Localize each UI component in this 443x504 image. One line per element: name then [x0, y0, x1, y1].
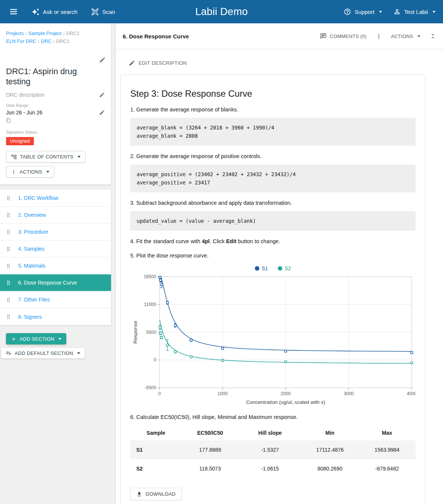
code-block-average-blank: average_blank = (3264 + 2018 + 3960 + 19… [130, 118, 416, 146]
breadcrumb-link-eln-for-drc[interactable]: ELN For DRC [6, 38, 36, 44]
sidebar-item-dose-response-curve[interactable]: 6. Dose Response Curve [0, 274, 111, 291]
copy-button[interactable] [6, 118, 11, 123]
record-description: DRC description [6, 92, 44, 98]
breadcrumb-link-projects[interactable]: Projects [6, 30, 24, 36]
support-menu-button[interactable]: Support [344, 8, 382, 15]
drag-handle-icon[interactable] [5, 314, 12, 320]
chevron-down-icon [78, 156, 81, 158]
section-label: 5. Materials [18, 263, 45, 269]
drag-handle-icon[interactable] [5, 195, 12, 201]
copy-icon [6, 118, 11, 123]
chart-legend: S1S2 [130, 264, 416, 273]
step-4-text: 4. Fit the standard curve with 4pl. Clic… [130, 238, 416, 245]
code-block-updated-value: updated_value = (value - average_blank) [130, 211, 416, 231]
cell-sample: S2 [130, 459, 181, 478]
step-1-text: 1. Generate the average response of blan… [130, 106, 416, 113]
sparkle-icon [32, 8, 40, 16]
scan-button[interactable]: Scan [91, 8, 115, 16]
add-default-section-label: ADD DEFAULT SECTION [15, 350, 73, 356]
cell-ec50: 118.5073 [181, 459, 239, 478]
svg-text:1000: 1000 [218, 391, 228, 396]
user-menu-button[interactable]: Test Labii [393, 8, 435, 15]
edit-description-button[interactable] [99, 92, 105, 98]
status-badge: Unsigned [6, 137, 34, 145]
chevron-down-icon [58, 338, 61, 340]
sidebar-item-samples[interactable]: 4. Samples [0, 241, 111, 257]
table-of-contents-button[interactable]: TABLE OF CONTENTS [6, 151, 85, 163]
add-section-button[interactable]: ADD SECTION [6, 333, 66, 344]
main-actions-button[interactable]: ACTIONS [391, 33, 420, 39]
comments-button[interactable]: COMMENTS (0) [320, 33, 367, 40]
breadcrumb-current: DRC1 [56, 38, 69, 44]
sidebar-item-drc-workflow[interactable]: 1. DRC Workflow [0, 190, 111, 207]
plus-icon [11, 336, 17, 342]
menu-button[interactable] [9, 7, 18, 16]
drag-handle-icon[interactable] [5, 263, 12, 269]
breadcrumb-separator: › [63, 30, 64, 36]
section-content-card: Step 3: Dose Response Curve 1. Generate … [120, 75, 425, 504]
chevron-down-icon [379, 11, 382, 13]
sidebar-item-overview[interactable]: 2. Overview [0, 207, 111, 224]
sidebar-item-materials[interactable]: 5. Materials [0, 257, 111, 274]
sidebar-item-other-files[interactable]: 7. Other Files [0, 291, 111, 308]
sections-list: 1. DRC Workflow 2. Overview 3. Procedure… [0, 190, 111, 325]
playlist-add-icon [6, 350, 12, 356]
ask-or-search-button[interactable]: Ask or search [32, 8, 78, 16]
svg-text:0: 0 [154, 357, 156, 362]
breadcrumb-link-sample-project[interactable]: Sample Project [28, 30, 61, 36]
scan-label: Scan [102, 9, 115, 15]
cell-max: 1563.9984 [358, 440, 416, 459]
drag-handle-icon[interactable] [5, 229, 12, 235]
table-row: S1 177.8888 -1.5327 17112.4876 1563.9984 [130, 440, 416, 459]
collapse-icon [429, 33, 436, 40]
svg-text:Response: Response [132, 321, 138, 344]
cell-max: -879.6482 [358, 459, 416, 478]
date-range-label: Date Range: [6, 103, 105, 108]
add-default-section-button[interactable]: ADD DEFAULT SECTION [1, 347, 85, 359]
section-label: 4. Samples [18, 246, 44, 252]
drag-handle-icon[interactable] [5, 297, 12, 303]
svg-text:Concentration (ug/ul, scaled w: Concentration (ug/ul, scaled with x) [246, 399, 325, 405]
comments-label: COMMENTS (0) [330, 33, 367, 39]
more-vert-icon [11, 169, 17, 175]
bold-edit: Edit [226, 238, 236, 244]
chevron-down-icon [432, 11, 435, 13]
legend-label: S1 [262, 265, 268, 271]
collapse-button[interactable] [429, 33, 436, 40]
edit-title-button[interactable] [99, 56, 106, 64]
sidebar-item-procedure[interactable]: 3. Procedure [0, 224, 111, 241]
chart-plot-area: 165001100055000-550001000200030004000Res… [130, 273, 416, 405]
step-6-text: 6. Calculate EC50(IC50), Hill slope, Min… [130, 413, 416, 421]
edit-description-button-main[interactable]: EDIT DESCRIPTION [129, 60, 187, 66]
help-icon [344, 8, 351, 15]
sidebar-actions-button[interactable]: ACTIONS [6, 166, 54, 178]
breadcrumb-link-drc[interactable]: DRC [41, 38, 52, 44]
svg-text:3000: 3000 [344, 391, 354, 396]
sidebar-item-signers[interactable]: 8. Signers [0, 308, 111, 325]
date-range-value: Jun 26 - Jun 26 [6, 110, 43, 116]
legend-item-s1[interactable]: S1 [255, 265, 268, 271]
sidebar: Projects›Sample Project›DRC1 ELN For DRC… [0, 23, 111, 359]
section-label: 1. DRC Workflow [18, 195, 58, 201]
edit-date-range-button[interactable] [99, 110, 105, 116]
drag-handle-icon[interactable] [5, 280, 12, 286]
download-button[interactable]: DOWNLOAD [130, 488, 182, 500]
breadcrumb: Projects›Sample Project›DRC1 ELN For DRC… [6, 29, 105, 45]
step-3-text: 3. Subtract background absorbance and ap… [130, 199, 416, 207]
code-line: average_positive = 23417 [137, 178, 409, 187]
drag-handle-icon[interactable] [5, 212, 12, 218]
sidebar-actions-label: ACTIONS [20, 169, 42, 175]
svg-text:-5500: -5500 [145, 385, 156, 390]
breadcrumb-row-table: ELN For DRC›DRC›DRC1 [6, 37, 105, 45]
more-vert-icon [376, 33, 382, 40]
dose-response-chart: S1S2 165001100055000-5500010002000300040… [130, 264, 416, 407]
legend-item-s2[interactable]: S2 [278, 265, 291, 271]
drag-handle-icon[interactable] [5, 246, 12, 252]
svg-text:2000: 2000 [281, 391, 291, 396]
user-label: Test Labii [404, 9, 428, 15]
description-row: DRC description [6, 92, 105, 98]
more-options-button[interactable] [376, 33, 382, 40]
section-title: 6. Dose Response Curve [123, 33, 189, 40]
pencil-icon [129, 60, 135, 66]
cell-hill-slope: -1.0615 [239, 459, 301, 478]
